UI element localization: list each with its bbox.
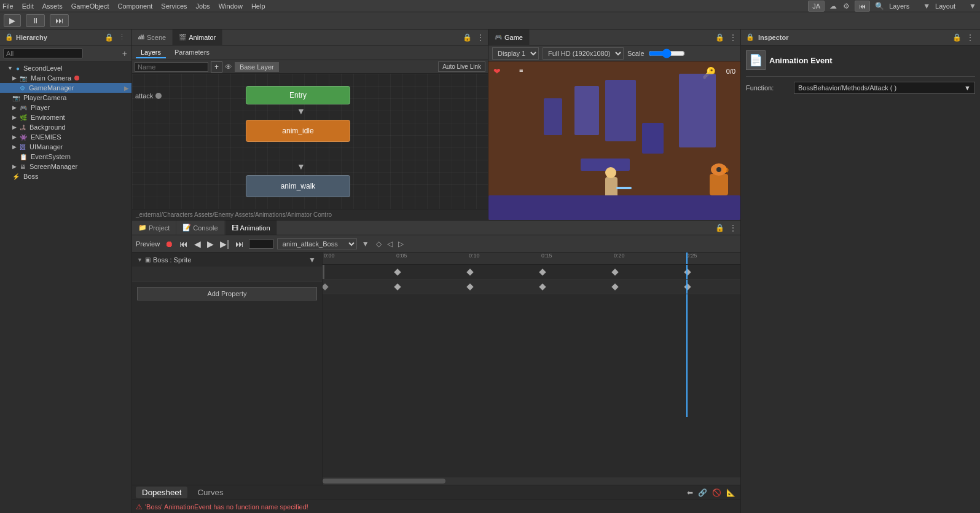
- hierarchy-add-btn[interactable]: +: [121, 47, 128, 60]
- account-btn[interactable]: JA: [808, 1, 825, 12]
- menu-services[interactable]: Services: [161, 2, 187, 10]
- inspector-menu-btn[interactable]: ⋮: [965, 32, 975, 43]
- menu-edit[interactable]: Edit: [22, 2, 34, 10]
- last-frame-btn[interactable]: ⏭: [234, 238, 245, 250]
- layers-dropdown-icon[interactable]: ▼: [922, 1, 931, 12]
- menu-gameobject[interactable]: GameObject: [71, 2, 109, 10]
- tab-animator[interactable]: 🎬 Animator: [173, 29, 222, 45]
- prop-boss-sprite-sub[interactable]: [132, 267, 322, 282]
- tree-item-secondlevel[interactable]: ▼ ● SecondLevel: [0, 63, 131, 73]
- animator-menu-btn[interactable]: ⋮: [476, 32, 485, 43]
- resolution-select[interactable]: Full HD (1920x1080): [543, 47, 624, 60]
- hierarchy-menu-btn[interactable]: ⋮: [117, 32, 127, 43]
- tree-item-player[interactable]: ▶ 🎮 Player: [0, 103, 131, 112]
- tab-scene[interactable]: 🏙 Scene: [132, 29, 173, 45]
- next-frame-btn[interactable]: ▶|: [219, 238, 230, 250]
- menu-component[interactable]: Component: [117, 2, 152, 10]
- kf-1e[interactable]: [684, 268, 691, 275]
- history-btn[interactable]: ⏮: [855, 1, 870, 12]
- kf-1a[interactable]: [394, 268, 401, 275]
- auto-live-btn[interactable]: Auto Live Link: [438, 61, 485, 72]
- inspector-lock-btn[interactable]: 🔒: [951, 32, 963, 43]
- tab-game[interactable]: 🎮 Game: [488, 29, 530, 45]
- timeline-area[interactable]: 0:00 0:05 0:10 0:15 0:20: [323, 253, 740, 485]
- add-property-btn[interactable]: Add Property: [137, 287, 317, 300]
- footer-icon-1[interactable]: ⬅: [686, 487, 694, 498]
- kf-2b[interactable]: [394, 283, 401, 290]
- kf-1b[interactable]: [466, 268, 473, 275]
- kf-2c[interactable]: [466, 283, 473, 290]
- clip-select[interactable]: anim_attack_Boss: [277, 238, 357, 249]
- scale-slider[interactable]: [648, 49, 685, 58]
- menu-assets[interactable]: Assets: [42, 2, 63, 10]
- tab-project[interactable]: 📁 Project: [132, 221, 176, 235]
- animation-menu-btn[interactable]: ⋮: [728, 222, 738, 233]
- menu-bar: File Edit Assets GameObject Component Se…: [0, 0, 980, 12]
- kf-1d[interactable]: [611, 268, 618, 275]
- next-keyframe-btn[interactable]: ▷: [396, 239, 406, 249]
- layout-dropdown-icon[interactable]: ▼: [968, 1, 978, 12]
- tree-item-screenmanager[interactable]: ▶ 🖥 ScreenManager: [0, 162, 131, 171]
- game-lock-btn[interactable]: 🔒: [714, 32, 726, 43]
- base-layer-btn[interactable]: Base Layer: [235, 62, 279, 72]
- tree-item-uimanager[interactable]: ▶ 🖼 UIManager: [0, 142, 131, 152]
- clip-dropdown-btn[interactable]: ▼: [361, 238, 370, 249]
- dopesheet-tab[interactable]: Dopesheet: [136, 487, 187, 498]
- menu-jobs[interactable]: Jobs: [196, 2, 210, 10]
- menu-file[interactable]: File: [2, 2, 14, 10]
- animator-add-btn[interactable]: +: [211, 61, 222, 72]
- function-dropdown[interactable]: BossBehavior/Methods/Attack ( ) ▼: [794, 82, 975, 94]
- animator-eye-btn[interactable]: 👁: [225, 63, 232, 71]
- tree-item-playercamera[interactable]: 📷 PlayerCamera: [0, 93, 131, 103]
- tab-animation[interactable]: 🎞 Animation: [225, 221, 277, 235]
- prev-frame-btn[interactable]: ◀: [193, 238, 202, 250]
- play-anim-btn[interactable]: ▶: [206, 238, 215, 250]
- timeline-scroll-thumb[interactable]: [323, 479, 445, 484]
- kf-2a[interactable]: [323, 283, 329, 290]
- menu-help[interactable]: Help: [251, 2, 265, 10]
- footer-icon-3[interactable]: 🚫: [711, 487, 723, 498]
- record-btn[interactable]: ⏺: [163, 238, 174, 250]
- kf-1c[interactable]: [539, 268, 546, 275]
- game-menu-btn[interactable]: ⋮: [728, 32, 738, 43]
- tree-item-background[interactable]: ▶ 🏞 Background: [0, 122, 131, 132]
- footer-icon-2[interactable]: 🔗: [697, 487, 708, 498]
- animator-search[interactable]: [135, 62, 208, 72]
- animation-lock-btn[interactable]: 🔒: [714, 222, 726, 233]
- kf-2f[interactable]: [684, 283, 691, 290]
- kf-2e[interactable]: [611, 283, 618, 290]
- kf-2d[interactable]: [539, 283, 546, 290]
- tab-console[interactable]: 📝 Console: [176, 221, 224, 235]
- tree-item-eventsystem[interactable]: 📋 EventSystem: [0, 152, 131, 162]
- state-entry[interactable]: Entry: [246, 86, 350, 104]
- time-display[interactable]: 0: [249, 239, 273, 249]
- menu-window[interactable]: Window: [219, 2, 243, 10]
- prop-remove-btn[interactable]: ▼: [307, 254, 317, 265]
- footer-icon-4[interactable]: 📐: [725, 487, 737, 498]
- hierarchy-search-input[interactable]: [3, 49, 83, 58]
- hierarchy-lock-btn[interactable]: 🔒: [103, 32, 115, 43]
- animator-lock-btn[interactable]: 🔒: [461, 32, 473, 43]
- parameters-tab[interactable]: Parameters: [170, 47, 214, 58]
- state-walk[interactable]: anim_walk: [246, 175, 350, 197]
- tree-item-enviroment[interactable]: ▶ 🌿 Enviroment: [0, 112, 131, 122]
- tree-item-maincamera[interactable]: ▶ 📷 Main Camera: [0, 73, 131, 83]
- settings-icon[interactable]: ⚙: [842, 1, 851, 12]
- search-icon[interactable]: 🔍: [874, 1, 885, 12]
- pause-button[interactable]: ⏸: [26, 14, 45, 27]
- curves-tab[interactable]: Curves: [191, 487, 229, 498]
- step-button[interactable]: ⏭: [50, 14, 69, 27]
- state-idle[interactable]: anim_idle: [246, 120, 350, 142]
- cloud-icon[interactable]: ☁: [828, 1, 838, 12]
- display-select[interactable]: Display 1: [492, 47, 539, 60]
- first-frame-btn[interactable]: ⏮: [178, 238, 189, 250]
- play-button[interactable]: ▶: [4, 14, 21, 27]
- tree-item-gamemanager[interactable]: ▶ ⚙ GameManager ▶: [0, 83, 131, 93]
- tree-item-boss[interactable]: ⚡ Boss: [0, 171, 131, 181]
- prop-boss-sprite[interactable]: ▼ ▣ Boss : Sprite ▼: [132, 253, 322, 267]
- layers-tab[interactable]: Layers: [136, 47, 166, 58]
- timeline-scrollbar[interactable]: [323, 477, 740, 485]
- prev-keyframe-btn[interactable]: ◁: [385, 239, 394, 249]
- tree-item-enemies[interactable]: ▶ 👾 ENEMIES: [0, 132, 131, 142]
- add-keyframe-btn[interactable]: ◇: [374, 239, 383, 249]
